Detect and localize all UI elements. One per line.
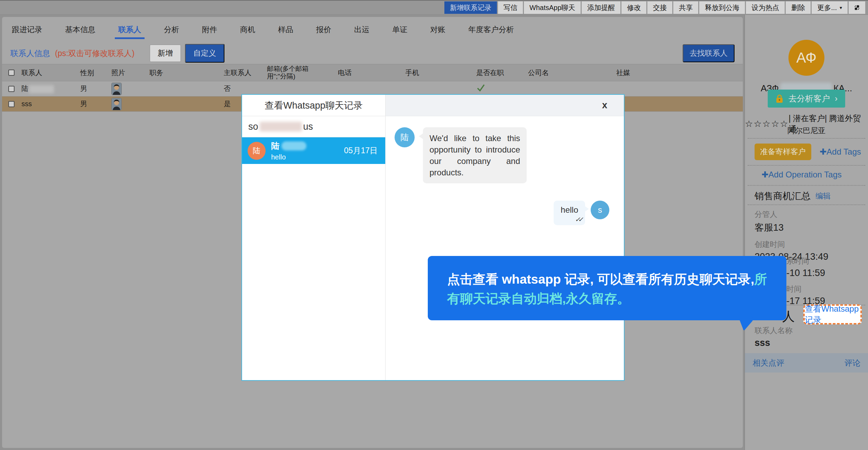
sales-opportunity-title: 销售商机汇总: [755, 190, 811, 202]
whatsapp-history-modal: 查看Whatsapp聊天记录 so us 陆 陆 hello 05月17日 x …: [241, 94, 625, 381]
top-action-bar: 新增联系记录 写信 WhatsApp聊天 添加提醒 修改 交接 共享 释放到公海…: [0, 0, 868, 15]
chat-panel: x 陆 We'd like to take this opportunity t…: [386, 95, 624, 380]
handover-button[interactable]: 交接: [647, 1, 672, 14]
contact-name-label: 联系人名称: [755, 325, 868, 336]
outgoing-avatar: s: [591, 201, 609, 219]
divider: [748, 138, 865, 139]
customer-country: 阿尔巴尼亚: [745, 126, 868, 136]
gender-cell: 男: [80, 99, 111, 109]
tab-contacts[interactable]: 联系人: [118, 18, 142, 41]
release-to-public-button[interactable]: 释放到公海: [699, 1, 745, 14]
delete-button[interactable]: 删除: [786, 1, 811, 14]
conversation-name: 陆: [271, 140, 344, 151]
search-text-prefix: so: [248, 121, 258, 132]
tab-basic-info[interactable]: 基本信息: [64, 18, 96, 41]
contact-name-cell: 陆: [21, 84, 80, 93]
contact-edit-note: (ps:双击可修改联系人): [55, 48, 135, 59]
read-receipt-icon: ✓✓: [575, 215, 583, 223]
analyze-customer-label: 去分析客户: [788, 93, 830, 104]
more-button-label: 更多...: [817, 3, 837, 12]
tab-samples[interactable]: 样品: [277, 18, 294, 41]
employed-check-icon: [476, 83, 485, 92]
close-icon[interactable]: x: [602, 101, 607, 110]
contact-photo: [111, 98, 122, 110]
customize-columns-button[interactable]: 自定义: [185, 44, 224, 63]
contact-photo: [111, 83, 122, 95]
incoming-bubble: We'd like to take this opportunity to in…: [423, 127, 527, 183]
tab-quotes[interactable]: 报价: [315, 18, 332, 41]
view-whatsapp-records-button[interactable]: 查看Whatsapp记录: [803, 304, 862, 324]
whatsapp-chat-button[interactable]: WhatsApp聊天: [524, 1, 581, 14]
chat-messages-area[interactable]: 陆 We'd like to take this opportunity to …: [386, 116, 624, 380]
tab-shipments[interactable]: 出运: [353, 18, 370, 41]
outgoing-message: hello ✓✓ s: [395, 201, 615, 225]
write-email-button[interactable]: 写信: [498, 1, 523, 14]
col-photo: 照片: [111, 68, 149, 77]
chevron-right-icon: ›: [835, 94, 838, 103]
add-contact-record-button[interactable]: 新增联系记录: [444, 1, 497, 14]
more-button[interactable]: 更多... ▾: [812, 1, 848, 14]
edit-link[interactable]: 编辑: [815, 191, 831, 201]
col-contact: 联系人: [21, 68, 80, 77]
search-text-suffix: us: [303, 121, 313, 132]
select-all-checkbox[interactable]: [8, 70, 15, 76]
incoming-message: 陆 We'd like to take this opportunity to …: [395, 127, 615, 183]
col-company: 公司名: [528, 68, 616, 77]
modify-button[interactable]: 修改: [621, 1, 646, 14]
add-contact-button[interactable]: 新增: [150, 45, 181, 62]
outgoing-bubble: hello ✓✓: [554, 201, 585, 225]
employed-cell: [476, 83, 528, 94]
detail-tabs: 跟进记录 基本信息 联系人 分析 附件 商机 样品 报价 出运 单证 对账 年度…: [2, 17, 743, 43]
conversation-list-panel: 查看Whatsapp聊天记录 so us 陆 陆 hello 05月17日: [242, 95, 386, 380]
row-checkbox[interactable]: [8, 86, 15, 92]
contact-info-title: 联系人信息: [10, 48, 50, 59]
customer-tag[interactable]: 准备寄样客户: [755, 144, 811, 160]
conversation-date: 05月17日: [344, 145, 378, 156]
row-checkbox[interactable]: [8, 101, 15, 107]
add-reminder-button[interactable]: 添加提醒: [582, 1, 620, 14]
gender-cell: 男: [80, 84, 111, 93]
conversation-search-input[interactable]: so us: [242, 116, 385, 137]
divider: [748, 185, 865, 186]
col-phone: 电话: [338, 68, 405, 77]
coachmark-tooltip: 点击查看 whatsapp 记录, 可以查看所有历史聊天记录,所有聊天记录自动归…: [428, 256, 786, 320]
review-bar: 相关点评 评论: [745, 353, 868, 373]
conversation-preview: hello: [271, 153, 344, 161]
col-main-contact: 主联系人: [224, 68, 267, 77]
tab-opportunities[interactable]: 商机: [239, 18, 256, 41]
find-contacts-button[interactable]: 去找联系人: [683, 44, 735, 62]
set-hotspot-button[interactable]: 设为热点: [746, 1, 785, 14]
modal-title: 查看Whatsapp聊天记录: [242, 95, 385, 116]
created-time-label: 创建时间: [755, 239, 868, 250]
tab-follow-up[interactable]: 跟进记录: [11, 18, 43, 41]
customer-summary-sidebar: АФ АЗФ КА... 去分析客户 › ☆☆☆☆☆ | 潜在客户| 腾道外贸通…: [745, 15, 868, 450]
contacts-table-header: 联系人 性别 照片 职务 主联系人 邮箱(多个邮箱 用";"分隔) 电话 手机 …: [2, 64, 743, 81]
tab-annual-analysis[interactable]: 年度客户分析: [468, 18, 515, 41]
switch-window-button[interactable]: [849, 1, 865, 14]
comment-link[interactable]: 评论: [844, 358, 860, 368]
col-title: 职务: [149, 68, 224, 77]
add-operation-tags-link[interactable]: ✚Add Operation Tags: [761, 170, 842, 179]
photo-cell: [111, 98, 149, 110]
contact-time-label-fragment: 系时间: [786, 256, 825, 266]
tooltip-text: 点击查看 whatsapp 记录, 可以查看所有历史聊天记录,: [447, 272, 754, 286]
share-button[interactable]: 共享: [673, 1, 698, 14]
conversation-list-item[interactable]: 陆 陆 hello 05月17日: [242, 137, 385, 164]
contact-name-value: sss: [755, 338, 868, 348]
analyze-customer-button[interactable]: 去分析客户 ›: [768, 90, 845, 108]
photo-cell: [111, 83, 149, 95]
col-email: 邮箱(多个邮箱 用";"分隔): [267, 65, 338, 80]
divider: [748, 165, 865, 166]
related-reviews-label: 相关点评: [752, 358, 784, 368]
redacted-search-blur: [260, 122, 302, 131]
tab-documents[interactable]: 单证: [391, 18, 408, 41]
add-tags-link[interactable]: ✚Add Tags: [820, 147, 861, 157]
customer-avatar: АФ: [788, 40, 824, 76]
tab-analysis[interactable]: 分析: [163, 18, 180, 41]
partially-covered-times: 系时间 -10 11:59 时间 -17 11:59: [786, 256, 825, 306]
col-employed: 是否在职: [476, 68, 528, 77]
tab-reconciliation[interactable]: 对账: [430, 18, 446, 41]
divider: [748, 204, 865, 205]
manager-value: 客服13: [755, 221, 868, 234]
tab-attachments[interactable]: 附件: [201, 18, 218, 41]
